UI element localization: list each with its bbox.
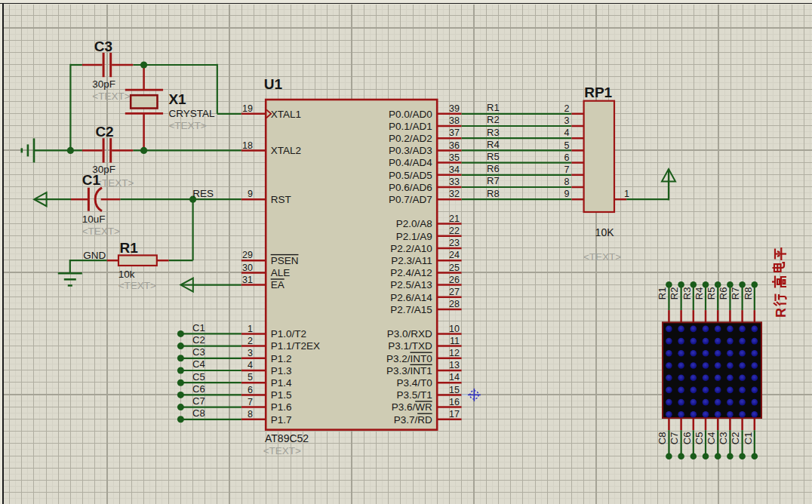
schematic-editor-canvas: 19XTAL118XTAL29RST29PSEN30ALE31EA1P1.0/T… [0, 0, 812, 504]
pin-number: 36 [449, 140, 460, 151]
led-dot [703, 374, 709, 381]
pin-number: 26 [449, 275, 460, 285]
led-dot [752, 374, 758, 381]
led-dot [666, 362, 672, 369]
pin-number: 39 [449, 103, 460, 114]
pin-number: 2 [248, 336, 253, 346]
terminal-dot [752, 281, 758, 288]
terminal-dot [739, 453, 746, 459]
wire-label: C7 [192, 395, 205, 407]
terminal-dot [727, 453, 734, 459]
led-matrix-body[interactable] [663, 322, 761, 418]
pin-number: 21 [449, 214, 460, 224]
rpack-body-rp1[interactable] [584, 101, 614, 212]
pin-number: 22 [449, 226, 460, 236]
led-dot [666, 338, 672, 345]
pin-label: P1.3 [271, 365, 292, 376]
led-dot [715, 326, 721, 333]
terminal-dot [715, 281, 721, 288]
annotation-glyph: R [774, 308, 789, 318]
text-placeholder: <TEXT> [168, 120, 206, 131]
pin-number: 7 [248, 397, 253, 407]
led-dot [715, 374, 721, 381]
wire-label: C1 [192, 322, 205, 333]
terminal-dot [666, 281, 672, 288]
led-dot [703, 399, 709, 406]
pin-number: 6 [248, 385, 253, 395]
pin-label: P1.2 [271, 353, 292, 364]
led-dot [691, 411, 697, 418]
pin-number: 3 [564, 115, 570, 126]
terminal-dot [691, 281, 697, 288]
pin-number: 18 [242, 140, 253, 151]
pin-label: P2.4/A12 [390, 267, 432, 278]
pin-label: XTAL2 [271, 145, 301, 156]
terminal-dot [177, 380, 184, 386]
led-dot [752, 387, 758, 394]
led-dot [703, 387, 709, 394]
text-placeholder: <TEXT> [96, 177, 134, 189]
net-label-gnd: GND [83, 250, 106, 261]
led-dot [739, 350, 746, 357]
pin-label: RST [271, 194, 291, 205]
led-dot [715, 399, 721, 406]
pin-number: 1 [624, 189, 629, 199]
pin-number: 1 [248, 324, 253, 334]
led-dot [666, 399, 672, 406]
pin-number: 34 [449, 164, 460, 175]
wire-label: C3 [192, 346, 205, 358]
wire-label: R6 [487, 163, 500, 174]
led-dot [666, 350, 672, 357]
led-dot [727, 362, 734, 369]
pin-label: P1.4 [271, 377, 292, 389]
pin-number: 13 [449, 360, 460, 370]
matrix-pin-label: C4 [706, 432, 717, 445]
pin-number: 23 [449, 238, 460, 248]
resistor-body[interactable] [118, 255, 157, 266]
wire-label: C4 [192, 358, 205, 370]
pin-number: 5 [248, 372, 253, 383]
terminal-dot [177, 343, 184, 349]
cap-ref: C2 [95, 124, 113, 140]
pin-number: 16 [449, 397, 460, 407]
led-dot [666, 411, 672, 418]
pin-label: P3.4/T0 [396, 377, 432, 389]
chip-ref: U1 [264, 76, 283, 92]
pin-label: P2.0/A8 [396, 218, 432, 229]
terminal-dot [739, 281, 746, 288]
pin-number: 9 [248, 189, 253, 199]
led-dot [703, 350, 709, 357]
matrix-pin-label: R3 [681, 287, 693, 300]
led-dot [678, 411, 684, 418]
pin-label: P0.3/AD3 [389, 145, 432, 156]
led-dot [752, 399, 758, 406]
pin-number: 11 [450, 336, 460, 346]
pin-label: P2.2/A10 [390, 243, 432, 254]
led-dot [691, 362, 697, 369]
led-dot [715, 387, 721, 394]
led-dot [752, 362, 758, 369]
led-dot [703, 411, 709, 418]
pin-label: P1.5 [271, 389, 292, 401]
crystal-body[interactable] [131, 95, 157, 108]
wire-label: R5 [487, 151, 500, 162]
pin-number: 28 [449, 299, 460, 309]
pin-label: P2.6/A14 [390, 292, 432, 303]
junction-dot [140, 147, 147, 154]
led-dot [739, 362, 746, 369]
pin-label: EA [271, 279, 285, 290]
led-dot [752, 326, 758, 333]
led-dot [715, 350, 721, 357]
terminal-dot [177, 416, 184, 423]
led-dot [691, 350, 697, 357]
wire-label: R4 [487, 139, 500, 150]
cap-ref: C3 [94, 38, 112, 54]
crystal-ref: X1 [168, 91, 186, 107]
pin-number: 30 [242, 263, 253, 273]
pin-number: 3 [248, 348, 253, 358]
pin-label: P3.6/WR [392, 401, 432, 413]
pin-number: 8 [564, 177, 570, 187]
led-dot [691, 374, 697, 381]
pin-number: 31 [242, 275, 253, 285]
wire-label: R2 [487, 114, 500, 125]
